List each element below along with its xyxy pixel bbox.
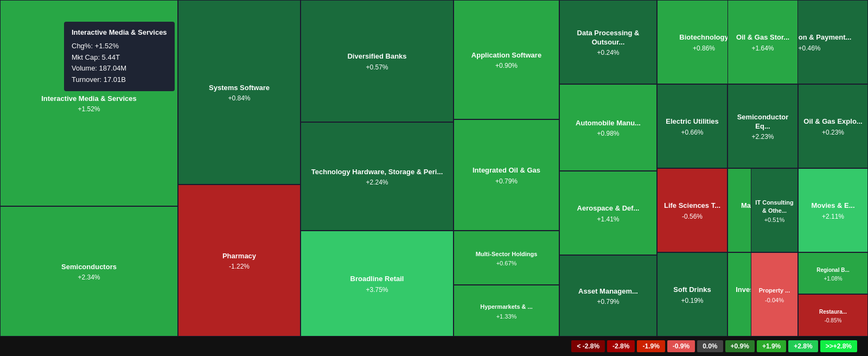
cell-semiconductor-eq[interactable]: Semiconductor Eq...+2.23% xyxy=(727,84,798,168)
cell-name-pharmacy: Pharmacy xyxy=(220,251,258,262)
cell-name-restaura: Restaura... xyxy=(817,307,849,316)
legend-item: -1.9% xyxy=(637,340,665,352)
cell-change-integrated-oil-gas: +0.79% xyxy=(495,177,518,185)
cell-electric-utilities[interactable]: Electric Utilities+0.66% xyxy=(657,84,727,168)
cell-application-software[interactable]: Application Software+0.90% xyxy=(454,0,559,119)
cell-soft-drinks[interactable]: Soft Drinks+0.19% xyxy=(657,252,727,336)
legend-item: < -2.8% xyxy=(571,340,605,352)
cell-name-semiconductors: Semiconductors xyxy=(59,262,119,273)
cell-oil-gas-stor[interactable]: Oil & Gas Stor...+1.64% xyxy=(727,0,798,84)
legend-item: +2.8% xyxy=(788,340,818,352)
legend-item: -0.9% xyxy=(667,340,695,352)
cell-change-semiconductors: +2.34% xyxy=(78,274,100,281)
cell-change-systems-software: +0.84% xyxy=(228,94,250,102)
cell-name-asset-management: Asset Managem... xyxy=(576,286,640,297)
cell-asset-management[interactable]: Asset Managem...+0.79% xyxy=(559,255,657,336)
cell-change-electric-utilities: +0.66% xyxy=(681,129,703,136)
cell-name-hypermarkets: Hypermarkets & ... xyxy=(478,302,535,312)
cell-change-data-processing: +0.24% xyxy=(597,49,619,56)
cell-semiconductors[interactable]: Semiconductors+2.34% xyxy=(0,206,178,336)
cell-name-semiconductor-eq: Semiconductor Eq... xyxy=(728,112,797,132)
cell-name-electric-utilities: Electric Utilities xyxy=(663,116,721,128)
cell-it-consulting[interactable]: IT Consulting & Othe...+0.51% xyxy=(751,168,798,252)
cell-life-sciences[interactable]: Life Sciences T...-0.56% xyxy=(657,168,727,252)
cell-change-it-consulting: +0.51% xyxy=(764,217,785,223)
cell-change-oil-gas-stor: +1.64% xyxy=(751,44,774,52)
cell-change-asset-management: +0.79% xyxy=(597,298,619,306)
cell-automobile[interactable]: Automobile Manu...+0.98% xyxy=(559,84,657,171)
cell-change-broadline-retail: +3.75% xyxy=(366,286,388,294)
legend-item: -2.8% xyxy=(607,340,635,352)
cell-regional-b[interactable]: Regional B...+1.08% xyxy=(798,252,868,294)
treemap: Interactive Media & Services Chg%: +1.52… xyxy=(0,0,868,336)
cell-pharmacy[interactable]: Pharmacy-1.22% xyxy=(178,185,301,336)
cell-change-semiconductor-eq: +2.23% xyxy=(751,133,774,141)
cell-restaura[interactable]: Restaura...-0.85% xyxy=(798,294,868,336)
legend-item: +0.9% xyxy=(725,340,755,352)
cell-name-interactive-media: Interactive Media & Services xyxy=(39,93,139,105)
cell-oil-gas-explo[interactable]: Oil & Gas Explo...+0.23% xyxy=(798,84,868,168)
cell-change-multi-sector: +0.67% xyxy=(496,260,517,266)
cell-name-diversified-banks: Diversified Banks xyxy=(345,51,409,62)
cell-name-application-software: Application Software xyxy=(469,50,544,61)
cell-name-regional-b: Regional B... xyxy=(814,265,852,275)
cell-broadline-retail[interactable]: Broadline Retail+3.75% xyxy=(301,231,454,336)
cell-name-soft-drinks: Soft Drinks xyxy=(671,284,713,296)
cell-movies-e[interactable]: Movies & E...+2.11% xyxy=(798,168,868,252)
cell-change-application-software: +0.90% xyxy=(495,62,518,69)
cell-change-interactive-media: +1.52% xyxy=(78,105,100,113)
cell-name-automobile: Automobile Manu... xyxy=(573,118,643,129)
cell-systems-software[interactable]: Systems Software+0.84% xyxy=(178,0,301,185)
cell-change-pharmacy: -1.22% xyxy=(229,263,250,270)
cell-name-oil-gas-stor: Oil & Gas Stor... xyxy=(734,32,792,43)
cell-change-transaction-payment: +0.46% xyxy=(798,44,820,52)
cell-tech-hardware[interactable]: Technology Hardware, Storage & Peri...+2… xyxy=(301,122,454,231)
cell-change-restaura: -0.85% xyxy=(825,317,842,323)
cell-change-hypermarkets: +1.33% xyxy=(496,313,517,320)
cell-change-oil-gas-explo: +0.23% xyxy=(822,129,844,136)
cell-change-property: -0.04% xyxy=(765,297,784,303)
cell-change-aerospace: +1.41% xyxy=(597,215,619,223)
cell-name-systems-software: Systems Software xyxy=(207,82,272,94)
cell-name-movies-e: Movies & E... xyxy=(809,200,857,212)
cell-change-life-sciences: -0.56% xyxy=(682,213,703,220)
cell-name-oil-gas-explo: Oil & Gas Explo... xyxy=(801,116,864,128)
cell-name-integrated-oil-gas: Integrated Oil & Gas xyxy=(470,165,542,176)
cell-name-broadline-retail: Broadline Retail xyxy=(348,274,406,285)
cell-interactive-media[interactable]: Interactive Media & Services+1.52% xyxy=(0,0,178,206)
cell-name-life-sciences: Life Sciences T... xyxy=(662,200,723,212)
cell-integrated-oil-gas[interactable]: Integrated Oil & Gas+0.79% xyxy=(454,119,559,231)
legend-item: +1.9% xyxy=(757,340,786,352)
cell-change-biotechnology: +0.86% xyxy=(693,44,715,52)
legend: < -2.8%-2.8%-1.9%-0.9%0.0%+0.9%+1.9%+2.8… xyxy=(0,336,868,356)
cell-change-diversified-banks: +0.57% xyxy=(366,63,388,71)
cell-name-multi-sector: Multi-Sector Holdings xyxy=(474,249,540,259)
cell-name-tech-hardware: Technology Hardware, Storage & Peri... xyxy=(309,167,445,178)
cell-change-regional-b: +1.08% xyxy=(824,276,842,282)
cell-hypermarkets[interactable]: Hypermarkets & ...+1.33% xyxy=(454,285,559,336)
cell-name-property: Property ... xyxy=(757,285,792,295)
legend-item: >>+2.8% xyxy=(820,340,857,352)
cell-name-aerospace: Aerospace & Def... xyxy=(575,203,642,214)
cell-name-data-processing: Data Processing & Outsour... xyxy=(560,28,656,48)
cell-property[interactable]: Property ...-0.04% xyxy=(751,252,798,336)
cell-multi-sector[interactable]: Multi-Sector Holdings+0.67% xyxy=(454,231,559,285)
cell-name-it-consulting: IT Consulting & Othe... xyxy=(751,198,797,215)
cell-aerospace[interactable]: Aerospace & Def...+1.41% xyxy=(559,171,657,255)
cell-diversified-banks[interactable]: Diversified Banks+0.57% xyxy=(301,0,454,122)
cell-change-movies-e: +2.11% xyxy=(822,213,844,220)
cell-change-tech-hardware: +2.24% xyxy=(366,179,388,186)
legend-item: 0.0% xyxy=(697,340,723,352)
cell-data-processing[interactable]: Data Processing & Outsour...+0.24% xyxy=(559,0,657,84)
cell-change-automobile: +0.98% xyxy=(597,130,619,137)
cell-name-biotechnology: Biotechnology xyxy=(677,32,730,43)
cell-change-soft-drinks: +0.19% xyxy=(681,297,703,304)
